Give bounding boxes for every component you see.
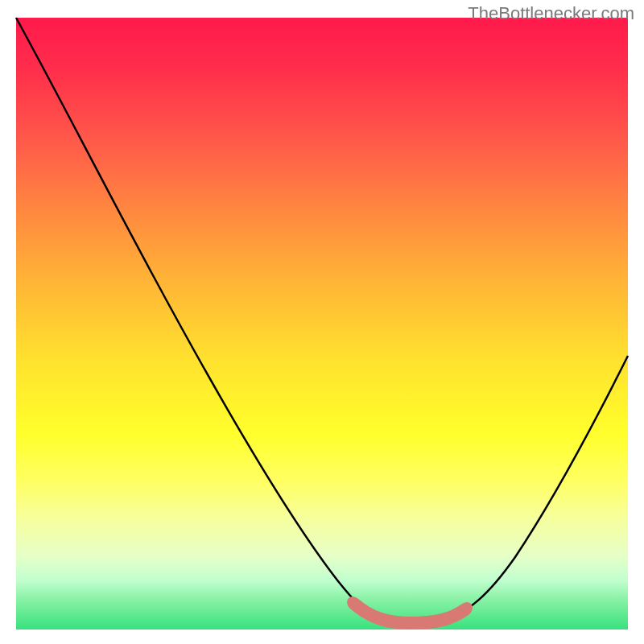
highlight-end-dot-left: [347, 597, 358, 608]
highlight-end-dot-right: [461, 602, 473, 613]
bottleneck-chart: [16, 18, 628, 630]
bottleneck-curve-line: [16, 18, 628, 621]
optimal-zone-highlight: [354, 604, 465, 623]
attribution-watermark: TheBottlenecker.com: [468, 3, 634, 24]
